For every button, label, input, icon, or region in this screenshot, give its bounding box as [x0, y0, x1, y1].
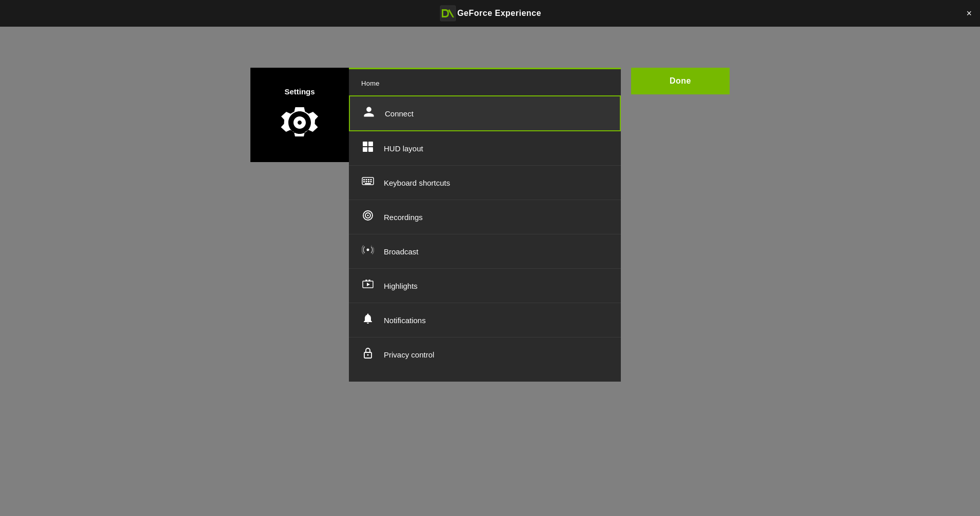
menu-item-privacy-control-label: Privacy control	[384, 350, 434, 359]
svg-rect-14	[370, 181, 372, 183]
svg-rect-3	[368, 142, 373, 146]
svg-rect-9	[368, 179, 369, 181]
hud-layout-icon	[361, 141, 375, 156]
menu-item-connect-label: Connect	[385, 109, 414, 118]
svg-rect-15	[365, 183, 371, 184]
menu-item-connect[interactable]: Connect	[349, 95, 621, 131]
main-content: Settings Home Connect HUD layout	[0, 27, 980, 382]
svg-rect-5	[368, 147, 373, 152]
connect-icon	[362, 106, 376, 121]
svg-rect-12	[366, 181, 367, 183]
highlights-icon	[361, 278, 375, 293]
settings-label: Settings	[284, 87, 315, 96]
svg-rect-4	[363, 147, 367, 152]
done-button[interactable]: Done	[631, 68, 730, 94]
keyboard-shortcuts-icon	[361, 175, 375, 190]
svg-point-22	[367, 354, 369, 356]
close-button[interactable]: ×	[966, 9, 972, 18]
menu-item-keyboard-shortcuts-label: Keyboard shortcuts	[384, 178, 450, 187]
menu-panel: Home Connect HUD layout Keyboard shortcu…	[349, 68, 621, 382]
notifications-icon	[361, 312, 375, 328]
svg-rect-8	[366, 179, 367, 181]
menu-item-highlights-label: Highlights	[384, 282, 418, 290]
svg-marker-20	[367, 283, 370, 286]
app-title: GeForce Experience	[457, 9, 541, 18]
svg-rect-13	[368, 181, 369, 183]
menu-item-privacy-control[interactable]: Privacy control	[349, 338, 621, 371]
titlebar: GeForce Experience ×	[0, 0, 980, 27]
svg-point-18	[367, 215, 369, 216]
menu-item-recordings-label: Recordings	[384, 213, 423, 222]
recordings-icon	[361, 209, 375, 225]
menu-item-recordings[interactable]: Recordings	[349, 200, 621, 234]
menu-item-notifications[interactable]: Notifications	[349, 303, 621, 338]
svg-rect-7	[363, 179, 365, 181]
menu-item-highlights[interactable]: Highlights	[349, 269, 621, 303]
nvidia-logo-icon	[439, 4, 457, 23]
svg-rect-2	[363, 142, 367, 146]
menu-section-title: Home	[349, 80, 621, 95]
settings-card: Settings	[250, 68, 349, 162]
settings-gear-icon	[279, 102, 320, 143]
menu-item-hud-layout-label: HUD layout	[384, 144, 423, 153]
menu-item-notifications-label: Notifications	[384, 316, 426, 325]
menu-item-keyboard-shortcuts[interactable]: Keyboard shortcuts	[349, 166, 621, 200]
svg-rect-10	[370, 179, 372, 181]
privacy-control-icon	[361, 347, 375, 362]
broadcast-icon	[361, 244, 375, 259]
menu-item-hud-layout[interactable]: HUD layout	[349, 131, 621, 166]
menu-item-broadcast[interactable]: Broadcast	[349, 234, 621, 269]
svg-rect-11	[363, 181, 365, 183]
menu-item-broadcast-label: Broadcast	[384, 247, 419, 256]
